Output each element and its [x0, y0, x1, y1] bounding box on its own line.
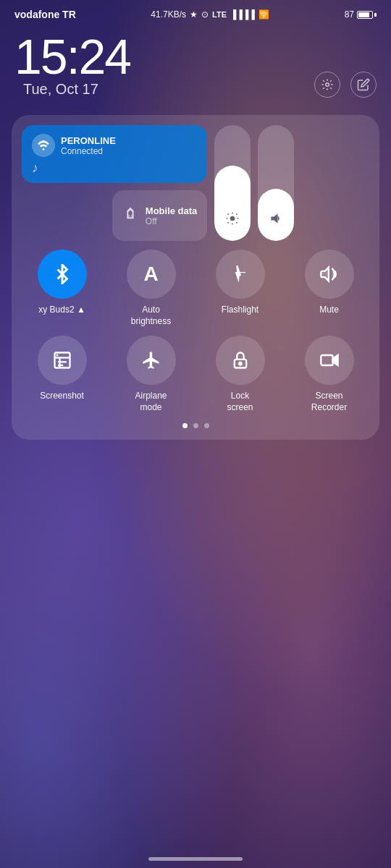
mobile-data-tile[interactable]: Mobile data Off — [112, 190, 208, 241]
vpn-icon: ⊙ — [201, 9, 209, 20]
lte-icon: LTE — [212, 10, 227, 19]
mute-icon-circle — [305, 250, 354, 299]
lock-icon-circle — [216, 336, 265, 385]
brightness-fill — [214, 166, 251, 241]
auto-brightness-icon: A — [143, 263, 158, 286]
wifi-status: Connected — [61, 146, 116, 156]
edit-icon[interactable] — [350, 72, 377, 98]
dot-2[interactable] — [193, 423, 198, 428]
status-center: 41.7KB/s ★ ⊙ LTE ▐▐▐▐ 🛜 — [151, 9, 269, 20]
clock-action-icons — [314, 72, 377, 98]
wifi-tile[interactable]: PERONLINE Connected ♪ — [22, 125, 207, 183]
lock-screen-label: Lockscreen — [227, 391, 253, 413]
left-tiles: PERONLINE Connected ♪ M — [22, 125, 207, 241]
mobile-data-info: Mobile data Off — [146, 205, 198, 226]
signal-icon: ▐▐▐▐ — [230, 9, 255, 20]
bluetooth-icon-circle — [38, 250, 87, 299]
toggle-airplane[interactable]: Airplanemode — [111, 336, 191, 413]
main-content: vodafone TR 41.7KB/s ★ ⊙ LTE ▐▐▐▐ 🛜 87 1… — [0, 0, 391, 868]
toggle-bluetooth[interactable]: xy Buds2 ▲ — [22, 250, 102, 327]
wifi-status-icon: 🛜 — [258, 9, 269, 20]
svg-point-9 — [239, 362, 242, 365]
bluetooth-status-icon: ★ — [190, 9, 198, 20]
music-note-icon: ♪ — [32, 161, 38, 176]
auto-brightness-icon-circle: A — [127, 250, 176, 299]
airplane-icon-circle — [127, 336, 176, 385]
dot-3[interactable] — [204, 423, 209, 428]
wifi-icon — [32, 134, 55, 157]
svg-rect-10 — [321, 355, 332, 365]
flashlight-icon-circle — [216, 250, 265, 299]
toggle-flashlight[interactable]: Flashlight — [200, 250, 280, 327]
flashlight-label: Flashlight — [222, 305, 258, 316]
status-bar: vodafone TR 41.7KB/s ★ ⊙ LTE ▐▐▐▐ 🛜 87 — [0, 0, 391, 25]
screenshot-icon-circle — [38, 336, 87, 385]
toggle-screen-recorder[interactable]: ScreenRecorder — [289, 336, 369, 413]
toggles-grid-row1: xy Buds2 ▲ A Autobrightness — [22, 250, 369, 413]
battery-percent: 87 — [345, 9, 354, 20]
home-indicator[interactable] — [148, 857, 243, 861]
wifi-info: PERONLINE Connected — [61, 135, 116, 156]
wifi-name: PERONLINE — [61, 135, 116, 146]
bluetooth-label: xy Buds2 ▲ — [38, 305, 85, 316]
toggle-auto-brightness[interactable]: A Autobrightness — [111, 250, 191, 327]
carrier-name: vodafone TR — [14, 9, 76, 20]
dot-1[interactable] — [182, 423, 188, 428]
clock-left: 15:24 Tue, Oct 17 — [14, 32, 130, 103]
toggles-section: xy Buds2 ▲ A Autobrightness — [22, 250, 369, 413]
auto-brightness-label: Autobrightness — [131, 305, 171, 327]
mute-label: Mute — [319, 305, 339, 316]
brightness-icon — [225, 211, 240, 229]
battery-icon — [357, 11, 377, 19]
svg-point-0 — [326, 83, 329, 87]
settings-icon[interactable] — [314, 72, 340, 98]
clock-time: 15:24 — [14, 32, 130, 81]
screen-recorder-label: ScreenRecorder — [311, 391, 347, 413]
wifi-tile-top: PERONLINE Connected — [32, 134, 197, 157]
toggle-mute[interactable]: Mute — [289, 250, 369, 327]
volume-slider[interactable] — [258, 125, 294, 241]
toggle-screenshot[interactable]: Screenshot — [22, 336, 102, 413]
sliders-area — [214, 125, 369, 241]
mobile-data-label: Mobile data — [146, 205, 198, 216]
mobile-data-sublabel: Off — [146, 216, 198, 226]
control-panel: PERONLINE Connected ♪ M — [12, 115, 379, 440]
clock-area: 15:24 Tue, Oct 17 — [0, 25, 391, 115]
volume-icon — [269, 211, 283, 229]
svg-point-2 — [230, 216, 235, 221]
screenshot-label: Screenshot — [40, 391, 84, 402]
svg-point-1 — [43, 148, 45, 150]
page-dots — [22, 423, 369, 428]
status-right: 87 — [345, 9, 377, 20]
mobile-data-icon — [122, 205, 138, 226]
top-row: PERONLINE Connected ♪ M — [22, 125, 369, 241]
brightness-slider[interactable] — [214, 125, 251, 241]
toggle-lock-screen[interactable]: Lockscreen — [200, 336, 280, 413]
screen-recorder-icon-circle — [305, 336, 354, 385]
airplane-label: Airplanemode — [135, 391, 167, 413]
network-speed: 41.7KB/s — [151, 9, 186, 20]
